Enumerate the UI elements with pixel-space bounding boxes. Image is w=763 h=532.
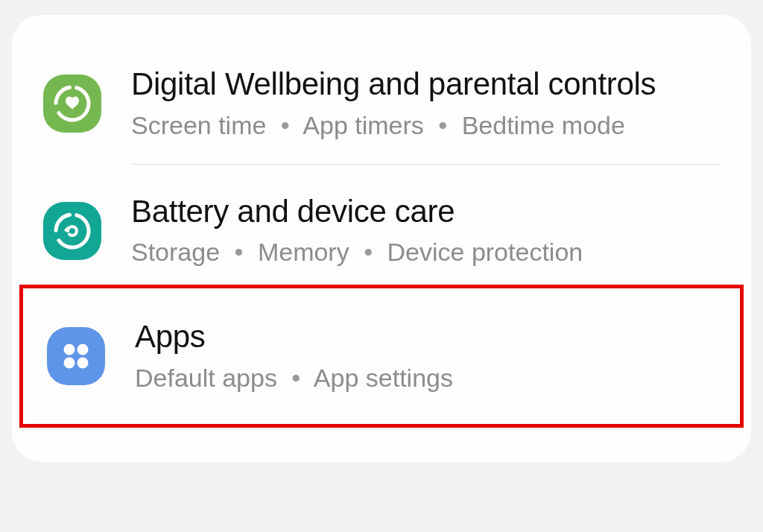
divider [131,164,720,165]
item-content: Battery and device care Storage • Memory… [131,193,720,269]
svg-point-6 [77,344,89,355]
settings-item-battery-device-care[interactable]: Battery and device care Storage • Memory… [43,180,720,285]
item-subtitle: Default apps • App settings [135,361,716,394]
settings-item-apps[interactable]: Apps Default apps • App settings [19,285,744,428]
subtitle-part: Storage [131,238,220,266]
separator-dot: • [291,364,300,392]
item-content: Apps Default apps • App settings [135,318,716,394]
item-title: Digital Wellbeing and parental controls [131,66,720,103]
separator-dot: • [364,238,373,266]
settings-card: Digital Wellbeing and parental controls … [12,15,751,462]
subtitle-part: App settings [314,364,453,392]
item-title: Apps [135,318,716,355]
apps-grid-icon [47,327,105,385]
item-subtitle: Screen time • App timers • Bedtime mode [131,109,720,142]
device-care-icon [43,202,101,260]
svg-rect-4 [47,327,105,385]
settings-item-digital-wellbeing[interactable]: Digital Wellbeing and parental controls … [43,52,720,158]
subtitle-part: App timers [303,111,424,139]
subtitle-part: Memory [258,238,349,266]
svg-rect-2 [43,202,101,260]
svg-point-5 [64,344,75,355]
subtitle-part: Bedtime mode [462,111,625,139]
subtitle-part: Screen time [131,111,266,139]
item-title: Battery and device care [131,193,720,230]
item-subtitle: Storage • Memory • Device protection [131,235,720,268]
wellbeing-heart-icon [43,75,101,133]
separator-dot: • [438,111,447,139]
subtitle-part: Default apps [135,364,277,392]
item-content: Digital Wellbeing and parental controls … [131,66,720,142]
separator-dot: • [235,238,244,266]
svg-point-8 [77,358,89,369]
separator-dot: • [281,111,290,139]
subtitle-part: Device protection [387,238,583,266]
svg-point-7 [64,358,75,369]
